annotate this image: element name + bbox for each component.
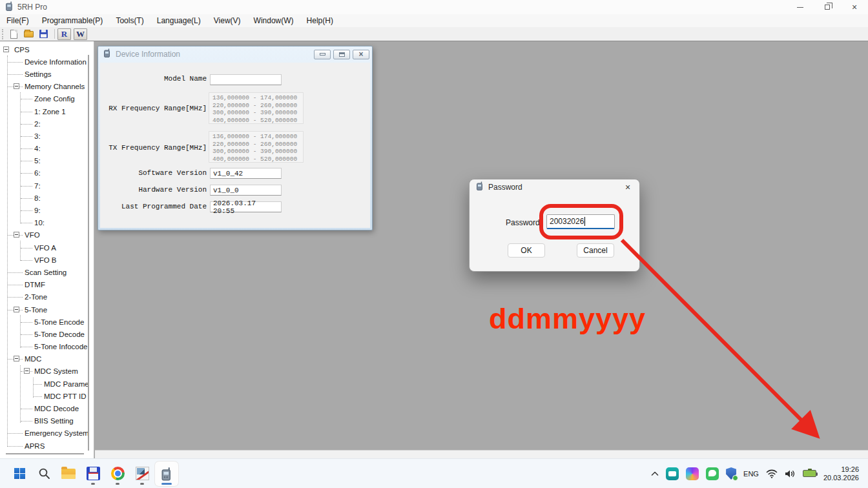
- speaker-icon: [785, 469, 796, 478]
- check-badge-icon: [732, 475, 738, 481]
- minimize-button[interactable]: [787, 0, 814, 14]
- collapse-icon[interactable]: [3, 46, 9, 52]
- tree-item-scan-setting[interactable]: Scan Setting: [0, 266, 88, 278]
- mosaic-app-icon: [686, 467, 699, 480]
- battery-button[interactable]: [803, 470, 816, 477]
- tree-item-mdc-parameter[interactable]: MDC Parameter: [0, 378, 88, 390]
- tree-item-memory-channels[interactable]: Memory Channels: [0, 81, 88, 93]
- tree-item-2-tone[interactable]: 2-Tone: [0, 291, 88, 303]
- close-button[interactable]: ×: [841, 0, 868, 14]
- device-information-window: Device Information × Model Name RX Frequ…: [98, 46, 373, 230]
- menu-view[interactable]: View(V): [207, 14, 247, 27]
- wifi-icon: [766, 469, 778, 478]
- collapse-icon[interactable]: [14, 232, 19, 238]
- search-button[interactable]: [32, 462, 56, 486]
- minimize-icon: [320, 53, 326, 56]
- menu-window[interactable]: Window(W): [247, 14, 300, 27]
- chrome-divider: [0, 41, 868, 41]
- cps-app-button[interactable]: [155, 462, 178, 486]
- tree-item-settings[interactable]: Settings: [0, 68, 88, 80]
- tree-item-zone-2[interactable]: 2:: [0, 117, 88, 130]
- tray-security-button[interactable]: [726, 467, 736, 480]
- collapse-icon[interactable]: [14, 83, 19, 89]
- ok-button[interactable]: OK: [508, 243, 545, 258]
- start-button[interactable]: [8, 462, 31, 486]
- app-title: 5RH Pro: [17, 3, 47, 12]
- write-to-radio-button[interactable]: W: [74, 28, 87, 40]
- tray-app-mosaic-button[interactable]: [686, 467, 699, 480]
- device-window-radio-icon: [103, 48, 111, 60]
- child-close-button[interactable]: ×: [353, 50, 369, 59]
- clock-date: 20.03.2026: [823, 474, 859, 482]
- tree-item-mdc-decode[interactable]: MDC Decode: [0, 402, 88, 414]
- tree-item-aprs[interactable]: APRS: [0, 440, 88, 449]
- new-file-button[interactable]: [7, 28, 20, 39]
- password-dialog-titlebar[interactable]: Password: [470, 179, 639, 195]
- tree-item-5-tone-infocode[interactable]: 5-Tone Infocode: [0, 341, 88, 353]
- toolbar-grip[interactable]: [2, 29, 5, 39]
- tree-item-zone-4[interactable]: 4:: [0, 143, 88, 155]
- volume-button[interactable]: [785, 469, 796, 478]
- language-indicator[interactable]: ENG: [743, 470, 759, 478]
- teal-app-icon: [666, 467, 679, 480]
- tree-item-vfo[interactable]: VFO: [0, 229, 88, 241]
- password-dialog-close-button[interactable]: ×: [616, 179, 639, 195]
- tree-item-vfo-a[interactable]: VFO A: [0, 241, 88, 254]
- device-information-titlebar[interactable]: Device Information ×: [98, 46, 372, 62]
- model-name-field[interactable]: [210, 74, 282, 85]
- app-radio-icon: [5, 1, 14, 14]
- navigation-tree: CPS Device Information Settings Memory C…: [0, 43, 88, 449]
- tree-item-mdc-ptt-id[interactable]: MDC PTT ID: [0, 390, 88, 402]
- tree-item-zone-9[interactable]: 9:: [0, 204, 88, 216]
- save-button[interactable]: [37, 28, 50, 39]
- tree-item-emergency-system[interactable]: Emergency System: [0, 427, 88, 440]
- tray-chevron-button[interactable]: [651, 471, 659, 476]
- tray-app-chat-button[interactable]: [706, 467, 719, 480]
- tree-item-zone-1[interactable]: 1: Zone 1: [0, 105, 88, 117]
- wifi-button[interactable]: [766, 469, 778, 478]
- chrome-button[interactable]: [106, 462, 129, 486]
- tree-item-mdc-system[interactable]: MDC System: [0, 365, 88, 378]
- navigation-tree-panel: CPS Device Information Settings Memory C…: [0, 41, 94, 458]
- open-file-button[interactable]: [22, 28, 35, 39]
- tree-item-5-tone-decode[interactable]: 5-Tone Decode: [0, 328, 88, 340]
- tree-horizontal-scrollbar[interactable]: [6, 453, 84, 454]
- tree-item-5-tone-encode[interactable]: 5-Tone Encode: [0, 316, 88, 328]
- menu-tools[interactable]: Tools(T): [109, 14, 150, 27]
- image-editor-button[interactable]: [130, 462, 154, 486]
- tree-item-biis-setting[interactable]: BIIS Setting: [0, 415, 88, 427]
- menu-file[interactable]: File(F): [0, 14, 36, 27]
- mdi-horizontal-scrollbar[interactable]: [95, 450, 868, 458]
- read-from-radio-button[interactable]: R: [57, 28, 71, 40]
- cancel-button[interactable]: Cancel: [577, 243, 614, 258]
- child-restore-button[interactable]: [333, 50, 350, 59]
- tree-item-zone-config[interactable]: Zone Config: [0, 93, 88, 105]
- tree-item-cps[interactable]: CPS: [0, 43, 88, 56]
- tree-item-5-tone[interactable]: 5-Tone: [0, 303, 88, 316]
- menu-language[interactable]: Language(L): [150, 14, 207, 27]
- tree-item-zone-6[interactable]: 6:: [0, 167, 88, 179]
- child-minimize-button[interactable]: [314, 50, 331, 59]
- tree-vertical-scrollbar[interactable]: [88, 55, 89, 451]
- clock[interactable]: 19:26 20.03.2026: [823, 465, 859, 482]
- tray-app-teal-button[interactable]: [666, 467, 679, 480]
- collapse-icon[interactable]: [14, 307, 19, 312]
- restore-button[interactable]: [814, 0, 841, 14]
- tree-item-mdc[interactable]: MDC: [0, 353, 88, 365]
- menu-programmable[interactable]: Programmable(P): [36, 14, 110, 27]
- collapse-icon[interactable]: [14, 356, 19, 361]
- tree-item-device-information[interactable]: Device Information: [0, 56, 88, 68]
- floppy-app-button[interactable]: [81, 462, 105, 486]
- tree-item-zone-10[interactable]: 10:: [0, 217, 88, 229]
- menu-help[interactable]: Help(H): [300, 14, 340, 27]
- file-explorer-button[interactable]: [57, 462, 80, 486]
- tree-item-vfo-b[interactable]: VFO B: [0, 254, 88, 266]
- tree-item-zone-5[interactable]: 5:: [0, 155, 88, 167]
- tree-item-zone-7[interactable]: 7:: [0, 179, 88, 192]
- tree-item-zone-8[interactable]: 8:: [0, 192, 88, 204]
- tree-item-zone-3[interactable]: 3:: [0, 130, 88, 142]
- collapse-icon[interactable]: [24, 368, 30, 374]
- password-input[interactable]: 20032026: [546, 214, 615, 229]
- tree-item-dtmf[interactable]: DTMF: [0, 279, 88, 291]
- password-input-value: 20032026: [550, 217, 584, 226]
